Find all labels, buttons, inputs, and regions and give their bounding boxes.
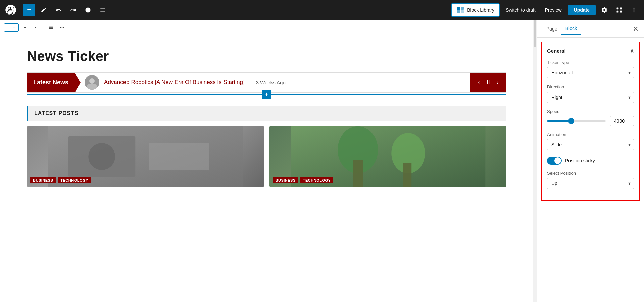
ticker-next-button[interactable]: › — [495, 78, 500, 87]
ticker-label: Latest News — [27, 73, 75, 92]
svg-rect-6 — [617, 10, 619, 12]
svg-rect-31 — [403, 163, 411, 187]
switch-to-draft-button[interactable]: Switch to draft — [502, 5, 539, 15]
position-sticky-field: Position sticky — [547, 157, 634, 165]
svg-rect-4 — [617, 7, 619, 9]
undo-button[interactable] — [52, 4, 64, 16]
svg-rect-25 — [149, 143, 209, 170]
ticker-pause-button[interactable]: ⏸ — [484, 78, 493, 87]
direction-field: Direction Right Left ▾ — [547, 84, 634, 103]
ticker-article-date: 3 Weeks Ago — [256, 80, 286, 85]
svg-rect-2 — [457, 10, 460, 13]
position-sticky-toggle[interactable] — [547, 157, 562, 165]
tab-block[interactable]: Block — [561, 23, 581, 35]
wp-logo — [4, 3, 17, 17]
position-sticky-label: Position sticky — [565, 158, 595, 163]
editor-mode-button[interactable] — [613, 4, 625, 16]
svg-rect-13 — [7, 28, 10, 28]
select-position-label: Select Position — [547, 171, 634, 176]
post-tag-technology-2: TECHNOLOGY — [300, 177, 334, 183]
block-breadcrumb-button[interactable] — [4, 23, 19, 32]
ticker-add-button[interactable]: + — [262, 90, 271, 99]
editor-content: News Ticker Latest News Advanced Rob — [0, 35, 533, 302]
latest-posts-header: LATEST POSTS — [27, 106, 506, 121]
preview-button[interactable]: Preview — [542, 5, 565, 15]
ticker-article-text: Advanced Robotics [A New Era Of Business… — [104, 79, 245, 86]
main-toolbar: + Block Library Switch to draft Preview … — [0, 0, 644, 20]
svg-rect-12 — [7, 27, 10, 27]
select-position-field: Select Position Up Down ▾ — [547, 171, 634, 189]
sidebar-close-button[interactable]: ✕ — [633, 25, 639, 33]
post-tag-technology-1: TECHNOLOGY — [58, 177, 91, 183]
block-more-options[interactable] — [58, 23, 66, 32]
tools-button[interactable] — [38, 4, 50, 16]
general-section-title[interactable]: General ∧ — [547, 48, 634, 54]
direction-label: Direction — [547, 84, 634, 89]
post-card-2[interactable]: BUSINESS TECHNOLOGY — [269, 126, 507, 187]
post-card-tags-1: BUSINESS TECHNOLOGY — [30, 177, 91, 183]
move-up-button[interactable] — [21, 24, 29, 31]
sidebar-tabs: Page Block ✕ — [537, 20, 644, 38]
right-sidebar: Page Block ✕ General ∧ Ticker Type Horiz… — [537, 20, 644, 302]
redo-button[interactable] — [67, 4, 79, 16]
block-library-button[interactable]: Block Library — [451, 3, 500, 17]
ticker-type-select[interactable]: Horizontal Vertical — [547, 67, 634, 78]
news-ticker-widget: Latest News Advanced Robotics [A New Era… — [27, 72, 506, 95]
list-view-button[interactable] — [97, 4, 109, 16]
speed-row: 4000 — [547, 116, 634, 126]
svg-rect-20 — [87, 84, 97, 90]
speed-slider[interactable] — [547, 120, 606, 122]
ticker-add-row: + — [27, 94, 506, 95]
add-block-button[interactable]: + — [23, 4, 35, 16]
collapse-icon: ∧ — [630, 48, 634, 54]
editor-scrollbar-thumb[interactable] — [534, 20, 536, 47]
latest-posts-section: LATEST POSTS — [27, 106, 506, 187]
post-tag-business-1: BUSINESS — [30, 177, 56, 183]
more-options-button[interactable] — [628, 4, 640, 16]
post-card-1[interactable]: BUSINESS TECHNOLOGY — [27, 126, 264, 187]
animation-select-wrapper: Slide Fade None ▾ — [547, 139, 634, 150]
block-library-label: Block Library — [467, 7, 494, 13]
latest-posts-title: LATEST POSTS — [34, 110, 79, 116]
svg-point-15 — [60, 27, 61, 28]
animation-select[interactable]: Slide Fade None — [547, 139, 634, 150]
select-position-select-wrapper: Up Down ▾ — [547, 178, 634, 189]
svg-rect-7 — [620, 10, 622, 12]
move-down-button[interactable] — [32, 24, 39, 31]
tab-page[interactable]: Page — [542, 23, 561, 34]
settings-button[interactable] — [598, 4, 610, 16]
svg-point-10 — [633, 11, 634, 12]
animation-field: Animation Slide Fade None ▾ — [547, 132, 634, 150]
animation-label: Animation — [547, 132, 634, 137]
direction-select[interactable]: Right Left — [547, 92, 634, 103]
align-button[interactable] — [47, 23, 55, 32]
speed-input[interactable]: 4000 — [610, 116, 634, 126]
post-card-tags-2: BUSINESS TECHNOLOGY — [273, 177, 334, 183]
post-tag-business-2: BUSINESS — [273, 177, 298, 183]
page-title[interactable]: News Ticker — [27, 48, 506, 64]
ticker-type-label: Ticker Type — [547, 60, 634, 65]
editor-scrollbar[interactable] — [533, 20, 537, 302]
svg-point-16 — [62, 27, 63, 28]
svg-point-9 — [633, 9, 634, 10]
ticker-type-select-wrapper: Horizontal Vertical ▾ — [547, 67, 634, 78]
svg-rect-11 — [7, 26, 11, 26]
speed-label: Speed — [547, 109, 634, 114]
update-button[interactable]: Update — [568, 5, 596, 15]
svg-rect-1 — [461, 7, 464, 10]
svg-rect-0 — [457, 7, 460, 10]
direction-select-wrapper: Right Left ▾ — [547, 92, 634, 103]
toggle-knob — [554, 157, 561, 164]
ticker-type-field: Ticker Type Horizontal Vertical ▾ — [547, 60, 634, 78]
content-area: News Ticker Latest News Advanced Rob — [0, 20, 644, 302]
svg-rect-3 — [461, 10, 464, 13]
svg-rect-5 — [620, 7, 622, 9]
info-button[interactable] — [82, 4, 94, 16]
ticker-controls: ‹ ⏸ › — [470, 73, 506, 92]
editor-area: News Ticker Latest News Advanced Rob — [0, 20, 533, 302]
ticker-thumbnail — [85, 75, 99, 90]
general-panel: General ∧ Ticker Type Horizontal Vertica… — [541, 42, 640, 201]
svg-rect-14 — [7, 29, 9, 29]
select-position-select[interactable]: Up Down — [547, 178, 634, 189]
ticker-prev-button[interactable]: ‹ — [477, 78, 481, 87]
